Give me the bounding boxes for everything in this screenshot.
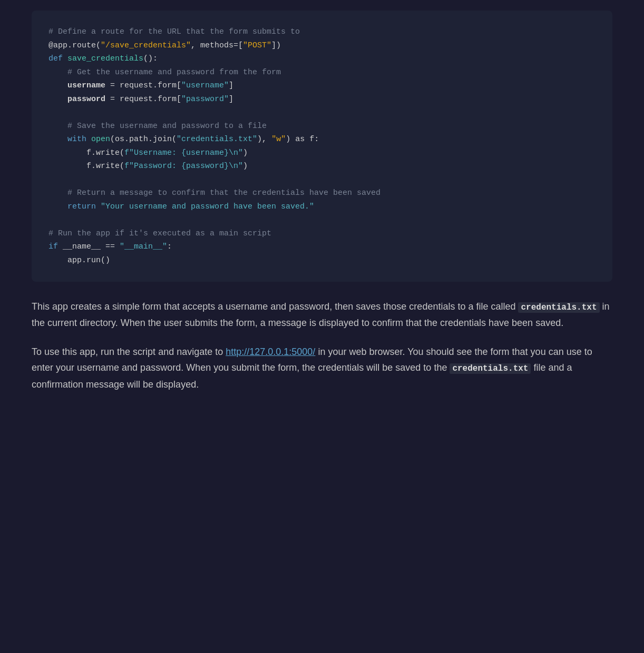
code-line-6: password = request.form["password"] bbox=[48, 93, 596, 106]
code-text: (os.path.join( bbox=[110, 135, 177, 144]
code-text: f.write( bbox=[48, 162, 124, 171]
code-line-11: # Return a message to confirm that the c… bbox=[48, 186, 596, 200]
description-block: This app creates a simple form that acce… bbox=[32, 299, 612, 418]
code-text: ] bbox=[229, 95, 233, 104]
code-line-10: f.write(f"Password: {password}\n") bbox=[48, 160, 596, 173]
code-line-3: def save_credentials(): bbox=[48, 52, 596, 66]
code-text: "__main__" bbox=[120, 242, 167, 251]
code-line-4: # Get the username and password from the… bbox=[48, 66, 596, 80]
credentials-code-2: credentials.txt bbox=[450, 363, 531, 374]
code-text: "/save_credentials" bbox=[101, 41, 191, 50]
code-text: : bbox=[167, 242, 172, 251]
description-paragraph-2: To use this app, run the script and navi… bbox=[32, 344, 612, 392]
code-text: "credentials.txt" bbox=[177, 135, 257, 144]
code-text: "POST" bbox=[243, 41, 271, 50]
code-text: with bbox=[67, 135, 91, 144]
code-text: if bbox=[48, 242, 63, 251]
code-text: "w" bbox=[271, 135, 286, 144]
code-text: ) as f: bbox=[286, 135, 319, 144]
code-text: , methods=[ bbox=[191, 41, 243, 50]
code-text: "Your username and password have been sa… bbox=[101, 202, 314, 211]
code-text bbox=[48, 95, 67, 104]
code-line-1: # Define a route for the URL that the fo… bbox=[48, 25, 596, 39]
code-line-blank2 bbox=[48, 173, 596, 187]
code-text: ] bbox=[229, 81, 233, 90]
code-line-12: return "Your username and password have … bbox=[48, 200, 596, 214]
code-line-13: # Run the app if it's executed as a main… bbox=[48, 227, 596, 241]
code-text: open bbox=[91, 135, 110, 144]
code-line-blank1 bbox=[48, 106, 596, 120]
code-text: save_credentials bbox=[67, 54, 143, 63]
code-text: @app.route( bbox=[48, 41, 101, 50]
code-line-9: f.write(f"Username: {username}\n") bbox=[48, 146, 596, 160]
code-text: f"Password: {password}\n" bbox=[124, 162, 243, 171]
code-line-7: # Save the username and password to a fi… bbox=[48, 120, 596, 133]
desc-p1-before: This app creates a simple form that acce… bbox=[32, 301, 518, 312]
code-text: ) bbox=[243, 149, 248, 157]
code-text bbox=[48, 202, 67, 211]
code-text: (): bbox=[143, 54, 158, 63]
code-text: app.run() bbox=[48, 256, 110, 265]
desc-p2-before: To use this app, run the script and navi… bbox=[32, 347, 226, 357]
localhost-link[interactable]: http://127.0.0.1:5000/ bbox=[226, 347, 315, 357]
code-line-blank3 bbox=[48, 213, 596, 227]
page-container: # Define a route for the URL that the fo… bbox=[0, 0, 644, 449]
code-text: = request.form[ bbox=[105, 95, 181, 104]
code-text: username bbox=[67, 81, 105, 90]
description-paragraph-1: This app creates a simple form that acce… bbox=[32, 299, 612, 331]
code-text: f.write( bbox=[48, 149, 124, 157]
code-line-8: with open(os.path.join("credentials.txt"… bbox=[48, 133, 596, 146]
code-text: __name__ == bbox=[63, 242, 120, 251]
credentials-code-1: credentials.txt bbox=[518, 302, 599, 313]
code-text: ), bbox=[257, 135, 271, 144]
code-block: # Define a route for the URL that the fo… bbox=[32, 11, 612, 282]
code-text: "password" bbox=[181, 95, 229, 104]
code-text bbox=[48, 81, 67, 90]
code-text: password bbox=[67, 95, 105, 104]
code-line-5: username = request.form["username"] bbox=[48, 79, 596, 93]
code-text: ) bbox=[243, 162, 248, 171]
code-text: "username" bbox=[181, 81, 229, 90]
code-line-15: app.run() bbox=[48, 254, 596, 268]
code-text: def bbox=[48, 54, 67, 63]
code-line-2: @app.route("/save_credentials", methods=… bbox=[48, 39, 596, 53]
code-text: f"Username: {username}\n" bbox=[124, 149, 243, 157]
code-text: return bbox=[67, 202, 101, 211]
code-text bbox=[48, 135, 67, 144]
code-line-14: if __name__ == "__main__": bbox=[48, 240, 596, 254]
code-text: ]) bbox=[271, 41, 281, 50]
code-text: = request.form[ bbox=[105, 81, 181, 90]
